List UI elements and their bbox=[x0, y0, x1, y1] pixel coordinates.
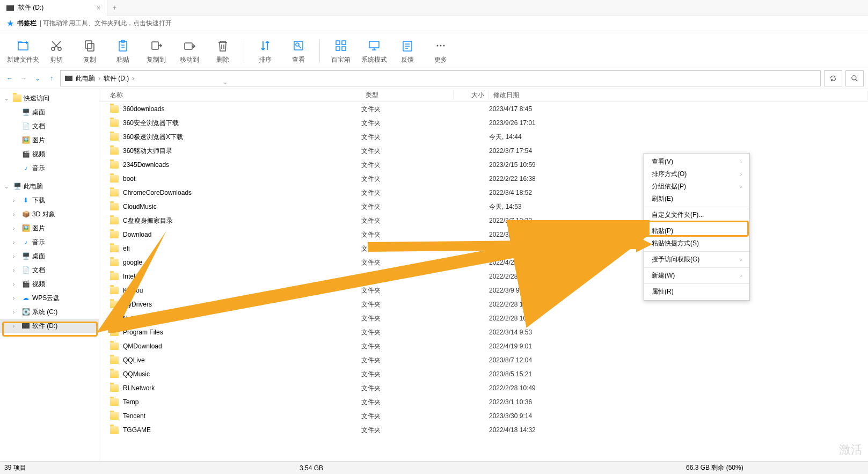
file-row[interactable]: Tencent文件夹2023/3/30 9:14 bbox=[99, 409, 868, 423]
file-row[interactable]: 2345Downloads文件夹2023/2/15 10:59 bbox=[99, 158, 868, 172]
file-type: 文件夹 bbox=[361, 370, 454, 379]
sidebar-downloads[interactable]: ›⬇下载 bbox=[0, 193, 99, 207]
sidebar-quick-access[interactable]: ⌄快速访问 bbox=[0, 91, 99, 105]
close-tab-icon[interactable]: × bbox=[97, 4, 100, 12]
breadcrumb-pc[interactable]: 此电脑 bbox=[76, 74, 95, 83]
file-row[interactable]: Temp文件夹2022/3/1 10:36 bbox=[99, 395, 868, 409]
new-folder-button[interactable]: 新建文件夹 bbox=[6, 35, 40, 67]
sidebar-documents-2[interactable]: ›📄文档 bbox=[0, 263, 99, 277]
file-row[interactable]: 360驱动大师目录文件夹2022/3/7 17:54 bbox=[99, 144, 868, 158]
context-item[interactable]: 查看(V)› bbox=[644, 156, 749, 168]
sidebar-documents[interactable]: 📄文档 bbox=[0, 119, 99, 133]
context-item[interactable]: 自定义文件夹(F)... bbox=[644, 209, 749, 221]
file-row[interactable]: 360极速浏览器X下载文件夹今天, 14:44 bbox=[99, 130, 868, 144]
file-type: 文件夹 bbox=[361, 230, 454, 239]
sort-button[interactable]: 排序 bbox=[249, 35, 282, 67]
context-item[interactable]: 分组依据(P)› bbox=[644, 180, 749, 193]
col-type[interactable]: 类型 bbox=[361, 91, 454, 100]
sidebar-wps-cloud[interactable]: ›☁WPS云盘 bbox=[0, 291, 99, 305]
file-row[interactable]: Network文件夹2022/2/28 10:50 bbox=[99, 311, 868, 325]
svg-point-17 bbox=[437, 45, 439, 46]
more-button[interactable]: 更多 bbox=[424, 35, 457, 67]
context-item[interactable]: 刷新(E) bbox=[644, 193, 749, 205]
folder-icon bbox=[110, 133, 119, 141]
sidebar-drive-d[interactable]: ›软件 (D:) bbox=[0, 319, 99, 333]
sidebar-pictures-2[interactable]: ›🖼️图片 bbox=[0, 221, 99, 235]
file-name: 360downloads bbox=[123, 105, 164, 113]
file-row[interactable]: MyDrivers文件夹2022/2/28 10:18 bbox=[99, 297, 868, 311]
sidebar-videos[interactable]: 🎬视频 bbox=[0, 147, 99, 161]
file-row[interactable]: QQMusic文件夹2023/8/5 15:21 bbox=[99, 367, 868, 381]
col-date[interactable]: 修改日期 bbox=[489, 91, 868, 100]
file-date: 2023/3/30 9:14 bbox=[489, 412, 868, 420]
sidebar-drive-c[interactable]: ›💽系统 (C:) bbox=[0, 305, 99, 319]
file-row[interactable]: QQLive文件夹2023/8/7 12:04 bbox=[99, 353, 868, 367]
context-item[interactable]: 粘贴快捷方式(S) bbox=[644, 237, 749, 250]
move-to-button[interactable]: 移动到 bbox=[173, 35, 206, 67]
new-tab-button[interactable]: + bbox=[107, 4, 122, 12]
sidebar-music-2[interactable]: ›♪音乐 bbox=[0, 235, 99, 249]
folder-icon bbox=[13, 94, 21, 103]
col-size[interactable]: 大小 bbox=[454, 91, 489, 100]
file-row[interactable]: ChromeCoreDownloads文件夹2022/3/4 18:52 bbox=[99, 186, 868, 200]
svg-rect-7 bbox=[152, 42, 158, 49]
file-row[interactable]: KuGou文件夹2022/3/9 9:30 bbox=[99, 283, 868, 297]
file-row[interactable]: CloudMusic文件夹今天, 14:53 bbox=[99, 200, 868, 214]
sidebar-music[interactable]: ♪音乐 bbox=[0, 161, 99, 175]
picture-icon: 🖼️ bbox=[21, 224, 30, 232]
search-icon bbox=[851, 75, 858, 82]
sidebar-videos-2[interactable]: ›🎬视频 bbox=[0, 277, 99, 291]
file-row[interactable]: Intel文件夹2022/2/28 10:19 bbox=[99, 269, 868, 283]
file-row[interactable]: google文件夹2022/4/22 11:07 bbox=[99, 256, 868, 269]
context-item[interactable]: 授予访问权限(G)› bbox=[644, 253, 749, 266]
feedback-button[interactable]: 反馈 bbox=[391, 35, 424, 67]
file-list[interactable]: 360downloads文件夹2023/4/17 8:45360安全浏览器下载文… bbox=[99, 102, 868, 461]
copy-button[interactable]: 复制 bbox=[73, 35, 106, 67]
file-name: RLNetwork bbox=[123, 384, 155, 392]
file-row[interactable]: QMDownload文件夹2022/4/19 9:01 bbox=[99, 339, 868, 353]
file-type: 文件夹 bbox=[361, 398, 454, 407]
up-button[interactable]: ↑ bbox=[46, 73, 57, 84]
toolbox-button[interactable]: 百宝箱 bbox=[324, 35, 358, 67]
file-row[interactable]: TGGAME文件夹2022/4/18 14:32 bbox=[99, 423, 868, 437]
file-row[interactable]: 360downloads文件夹2023/4/17 8:45 bbox=[99, 102, 868, 116]
music-icon: ♪ bbox=[21, 164, 30, 172]
file-row[interactable]: RLNetwork文件夹2022/2/28 10:49 bbox=[99, 381, 868, 395]
history-dropdown[interactable]: ⌄ bbox=[32, 73, 43, 84]
context-item[interactable]: 新建(W)› bbox=[644, 269, 749, 282]
delete-button[interactable]: 删除 bbox=[206, 35, 239, 67]
file-row[interactable]: 360安全浏览器下载文件夹2023/9/26 17:01 bbox=[99, 116, 868, 130]
forward-button[interactable]: → bbox=[18, 73, 29, 84]
sidebar-desktop[interactable]: 🖥️桌面 bbox=[0, 105, 99, 119]
refresh-button[interactable] bbox=[824, 70, 842, 86]
view-button[interactable]: 查看 bbox=[282, 35, 315, 67]
sidebar-pictures[interactable]: 🖼️图片 bbox=[0, 133, 99, 147]
copy-to-button[interactable]: 复制到 bbox=[140, 35, 173, 67]
context-item[interactable]: 粘贴(P) bbox=[644, 225, 749, 237]
chevron-right-icon: › bbox=[740, 184, 742, 189]
file-row[interactable]: efi文件夹2022/2/22 16:40 bbox=[99, 242, 868, 256]
file-row[interactable]: C盘瘦身搬家目录文件夹2022/3/7 12:33 bbox=[99, 214, 868, 228]
col-name[interactable]: 名称 bbox=[99, 91, 361, 100]
active-tab[interactable]: 软件 (D:) × bbox=[0, 0, 107, 16]
system-mode-button[interactable]: 系统模式 bbox=[358, 35, 391, 67]
file-type: 文件夹 bbox=[361, 133, 454, 142]
file-row[interactable]: Download文件夹2022/3/11 14:44 bbox=[99, 228, 868, 242]
breadcrumb-drive[interactable]: 软件 (D:) bbox=[104, 74, 129, 83]
cut-button[interactable]: 剪切 bbox=[40, 35, 73, 67]
context-item-label: 自定义文件夹(F)... bbox=[652, 210, 704, 220]
context-item[interactable]: 属性(R) bbox=[644, 286, 749, 298]
file-date: 2022/2/28 10:49 bbox=[489, 384, 868, 392]
sidebar-this-pc[interactable]: ⌄🖥️此电脑 bbox=[0, 179, 99, 193]
address-bar[interactable]: 此电脑 › 软件 (D:) › bbox=[60, 70, 821, 86]
paste-button[interactable]: 粘贴 bbox=[106, 35, 140, 67]
desktop-icon: 🖥️ bbox=[21, 108, 30, 116]
context-item[interactable]: 排序方式(O)› bbox=[644, 168, 749, 180]
sidebar-3d-objects[interactable]: ›📦3D 对象 bbox=[0, 207, 99, 221]
file-row[interactable]: boot文件夹2022/2/22 16:38 bbox=[99, 172, 868, 186]
back-button[interactable]: ← bbox=[4, 73, 15, 84]
file-row[interactable]: Program Files文件夹2022/3/14 9:53 bbox=[99, 325, 868, 339]
sidebar-desktop-2[interactable]: ›🖥️桌面 bbox=[0, 249, 99, 263]
file-name: Temp bbox=[123, 398, 138, 406]
search-button[interactable] bbox=[845, 70, 864, 86]
